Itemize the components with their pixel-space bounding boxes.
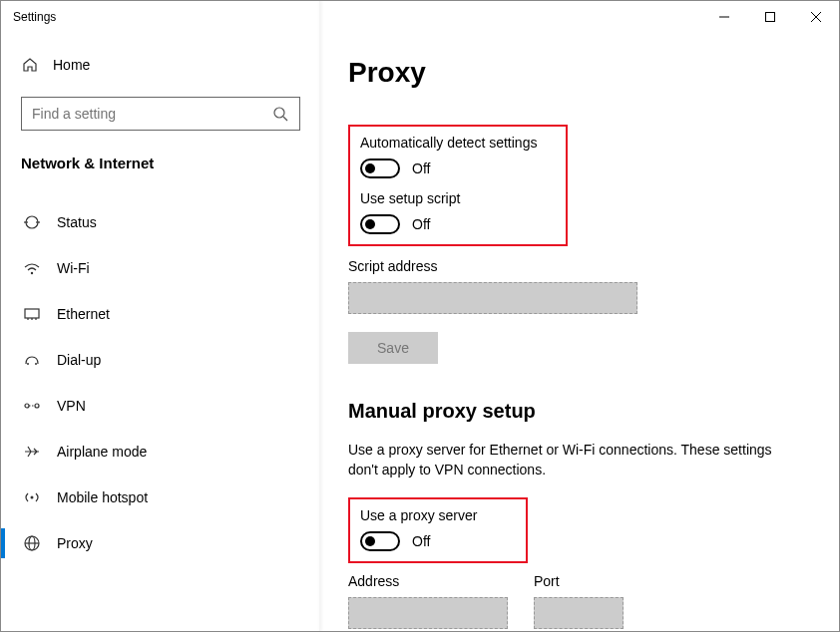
close-button[interactable] [793, 1, 839, 33]
nav-label: Mobile hotspot [57, 489, 148, 505]
script-address-label: Script address [348, 258, 811, 274]
home-icon [21, 56, 39, 74]
dialup-icon [23, 351, 41, 369]
ethernet-icon [23, 305, 41, 323]
address-label: Address [348, 573, 508, 589]
home-label: Home [53, 57, 90, 73]
svg-line-5 [283, 117, 287, 121]
useproxy-toggle[interactable] [360, 531, 400, 551]
nav-label: Proxy [57, 535, 93, 551]
nav-label: Airplane mode [57, 444, 147, 460]
nav-label: Ethernet [57, 306, 110, 322]
nav-label: Dial-up [57, 352, 101, 368]
vpn-icon [23, 397, 41, 415]
nav-item-ethernet[interactable]: Ethernet [21, 291, 320, 337]
nav-label: Status [57, 214, 97, 230]
manual-description: Use a proxy server for Ethernet or Wi-Fi… [348, 441, 787, 479]
nav-item-proxy[interactable]: Proxy [21, 520, 320, 566]
section-title: Network & Internet [21, 155, 320, 171]
port-input[interactable] [534, 597, 624, 629]
status-icon [23, 213, 41, 231]
minimize-button[interactable] [701, 1, 747, 33]
autodetect-toggle[interactable] [360, 158, 400, 178]
home-nav[interactable]: Home [21, 45, 320, 85]
svg-point-15 [35, 363, 37, 365]
nav-label: Wi-Fi [57, 260, 90, 276]
autodetect-state: Off [412, 160, 430, 176]
svg-point-4 [274, 108, 284, 118]
nav-item-hotspot[interactable]: Mobile hotspot [21, 474, 320, 520]
svg-point-14 [27, 363, 29, 365]
sidebar: Home Network & Internet Status Wi-Fi [1, 33, 320, 631]
wifi-icon [23, 259, 41, 277]
useproxy-state: Off [412, 533, 430, 549]
autodetect-label: Automatically detect settings [360, 135, 556, 151]
port-label: Port [534, 573, 624, 589]
search-box[interactable] [21, 97, 300, 131]
svg-rect-1 [766, 13, 775, 22]
highlight-box-auto: Automatically detect settings Off Use se… [348, 125, 568, 246]
search-input[interactable] [32, 106, 271, 122]
svg-point-19 [31, 496, 34, 499]
content-area: Proxy Automatically detect settings Off … [320, 33, 839, 631]
setupscript-state: Off [412, 216, 430, 232]
setupscript-label: Use setup script [360, 190, 556, 206]
svg-point-16 [25, 404, 29, 408]
maximize-button[interactable] [747, 1, 793, 33]
svg-point-9 [31, 272, 33, 274]
manual-heading: Manual proxy setup [348, 400, 811, 423]
titlebar: Settings [1, 1, 839, 33]
nav-label: VPN [57, 398, 86, 414]
proxy-icon [23, 534, 41, 552]
nav-item-vpn[interactable]: VPN [21, 383, 320, 429]
save-button[interactable]: Save [348, 332, 438, 364]
highlight-box-manual: Use a proxy server Off [348, 497, 528, 563]
airplane-icon [23, 443, 41, 461]
nav-item-airplane[interactable]: Airplane mode [21, 429, 320, 474]
nav-item-status[interactable]: Status [21, 199, 320, 245]
script-address-input[interactable] [348, 282, 637, 314]
search-icon [271, 105, 289, 123]
nav-item-dialup[interactable]: Dial-up [21, 337, 320, 383]
svg-point-17 [35, 404, 39, 408]
useproxy-label: Use a proxy server [360, 507, 516, 523]
window-controls [701, 1, 839, 33]
nav-item-wifi[interactable]: Wi-Fi [21, 245, 320, 291]
setupscript-toggle[interactable] [360, 214, 400, 234]
address-input[interactable] [348, 597, 508, 629]
window-title: Settings [13, 10, 56, 24]
page-title: Proxy [348, 57, 811, 89]
hotspot-icon [23, 488, 41, 506]
svg-rect-10 [25, 309, 39, 318]
nav-list: Status Wi-Fi Ethernet Dial-up [21, 199, 320, 566]
